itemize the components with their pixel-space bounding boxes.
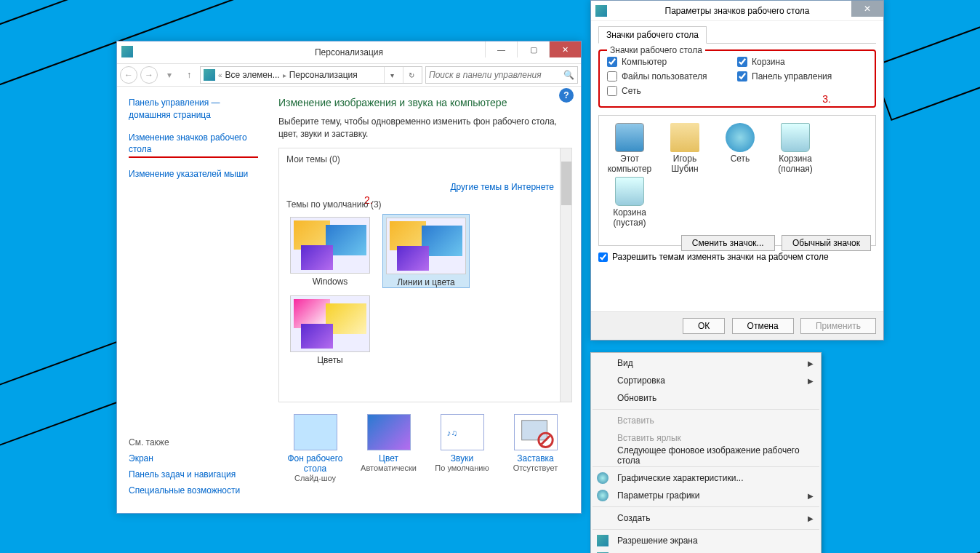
- menu-paste[interactable]: Вставить: [591, 412, 821, 429]
- menu-next-background[interactable]: Следующее фоновое изображение рабочего с…: [591, 447, 821, 464]
- close-button[interactable]: ✕: [549, 41, 581, 57]
- tab-desktop-icons[interactable]: Значки рабочего стола: [598, 26, 707, 44]
- titlebar[interactable]: Персонализация — ▢ ✕: [117, 41, 581, 63]
- recent-dropdown[interactable]: ▾: [161, 66, 178, 84]
- theme-lines-colors[interactable]: Линии и цвета: [382, 214, 470, 288]
- forward-button[interactable]: →: [140, 66, 158, 84]
- menu-view[interactable]: Вид▶: [591, 354, 821, 372]
- app-icon: [121, 46, 133, 57]
- default-themes-label: Темы по умолчанию (3): [286, 199, 558, 210]
- sidebar-change-cursors-link[interactable]: Изменение указателей мыши: [129, 168, 262, 180]
- color-item[interactable]: Цвет Автоматически: [356, 414, 422, 482]
- desktop-context-menu: Вид▶ Сортировка▶ Обновить Вставить Встав…: [590, 352, 822, 553]
- theme-flowers[interactable]: Цветы: [286, 293, 374, 365]
- check-control-panel[interactable]: Панель управления: [737, 71, 867, 81]
- icon-network[interactable]: Сеть: [714, 123, 766, 174]
- scrollbar[interactable]: [560, 148, 571, 402]
- icons-groupbox: Значки рабочего стола Компьютер Корзина …: [598, 49, 876, 108]
- chevron-left-icon: «: [218, 71, 222, 79]
- screensaver-item[interactable]: Заставка Отсутствует: [503, 414, 569, 482]
- menu-paste-shortcut[interactable]: Вставить ярлык: [591, 429, 821, 447]
- icon-bin-empty[interactable]: Корзина (пустая): [603, 177, 656, 228]
- sidebar-home-link[interactable]: Панель управления — домашняя страница: [129, 97, 262, 122]
- menu-refresh[interactable]: Обновить: [591, 389, 821, 407]
- search-box[interactable]: 🔍: [425, 66, 578, 84]
- dialog-title: Параметры значков рабочего стола: [665, 6, 810, 16]
- cancel-button[interactable]: Отмена: [732, 318, 794, 334]
- my-themes-label: Мои темы (0): [286, 154, 558, 164]
- desktop-background-item[interactable]: Фон рабочего стола Слайд-шоу: [283, 414, 348, 482]
- menu-graphics-properties[interactable]: Графические характеристики...: [591, 469, 821, 487]
- page-heading: Изменение изображения и звука на компьют…: [278, 97, 572, 108]
- desktop-icons-dialog: Параметры значков рабочего стола ✕ Значк…: [590, 0, 884, 341]
- icon-this-pc[interactable]: Этот компьютер: [603, 123, 656, 174]
- see-also-heading: См. также: [129, 437, 240, 447]
- change-icon-button[interactable]: Сменить значок...: [681, 235, 775, 251]
- theme-windows[interactable]: Windows: [286, 214, 374, 288]
- svg-text:♪♫: ♪♫: [446, 429, 457, 437]
- address-bar[interactable]: « Все элемен... ▸ Персонализация ▾ ↻: [200, 66, 422, 84]
- back-button[interactable]: ←: [120, 66, 137, 84]
- allow-themes-checkbox[interactable]: Разрешить темам изменять значки на рабоч…: [598, 252, 876, 262]
- dialog-close-button[interactable]: ✕: [851, 1, 883, 17]
- annotation-3: 3.: [822, 93, 831, 105]
- icon-bin-full[interactable]: Корзина (полная): [769, 123, 822, 174]
- search-input[interactable]: [429, 70, 563, 80]
- menu-personalize[interactable]: Персонализация: [591, 549, 821, 553]
- default-icon-button[interactable]: Обычный значок: [782, 235, 871, 251]
- menu-screen-resolution[interactable]: Разрешение экрана: [591, 532, 821, 549]
- apply-button[interactable]: Применить: [800, 318, 876, 334]
- sidebar: Панель управления — домашняя страница Из…: [117, 87, 270, 513]
- icon-preview-box: Этот компьютер Игорь Шубин Сеть Корзина …: [598, 115, 876, 246]
- check-user-files[interactable]: Файлы пользователя: [607, 71, 737, 81]
- sounds-item[interactable]: ♪♫ Звуки По умолчанию: [430, 414, 495, 482]
- check-recycle-bin[interactable]: Корзина: [737, 57, 867, 67]
- search-icon: 🔍: [563, 70, 574, 80]
- check-network[interactable]: Сеть: [607, 86, 737, 96]
- dialog-button-row: ОК Отмена Применить: [591, 311, 883, 340]
- icon-user[interactable]: Игорь Шубин: [659, 123, 711, 174]
- menu-sort[interactable]: Сортировка▶: [591, 372, 821, 389]
- display-icon: [597, 535, 609, 546]
- personalization-window: Персонализация — ▢ ✕ ← → ▾ ↑ « Все элеме…: [116, 41, 582, 514]
- address-icon: [204, 69, 215, 81]
- see-also-link[interactable]: Панель задач и навигация: [129, 469, 240, 480]
- ok-button[interactable]: ОК: [683, 318, 725, 334]
- page-subtext: Выберите тему, чтобы одновременно измени…: [278, 116, 572, 140]
- see-also-link[interactable]: Специальные возможности: [129, 485, 240, 496]
- chevron-right-icon: ▸: [283, 71, 286, 79]
- nav-toolbar: ← → ▾ ↑ « Все элемен... ▸ Персонализация…: [117, 63, 581, 87]
- svg-rect-1: [521, 420, 547, 439]
- address-dropdown[interactable]: ▾: [384, 67, 400, 83]
- sidebar-change-icons-link[interactable]: Изменение значков рабочего стола: [129, 132, 258, 159]
- maximize-button[interactable]: ▢: [517, 41, 549, 57]
- themes-online-link[interactable]: Другие темы в Интернете: [286, 182, 554, 192]
- themes-panel: Мои темы (0) Другие темы в Интернете Тем…: [278, 148, 572, 402]
- menu-graphics-parameters[interactable]: Параметры графики▶: [591, 487, 821, 504]
- refresh-button[interactable]: ↻: [403, 67, 419, 83]
- menu-new[interactable]: Создать▶: [591, 509, 821, 527]
- dialog-titlebar[interactable]: Параметры значков рабочего стола ✕: [591, 1, 883, 21]
- see-also-link[interactable]: Экран: [129, 453, 240, 464]
- main-content: ? Изменение изображения и звука на компь…: [270, 87, 581, 513]
- bottom-options: Фон рабочего стола Слайд-шоу Цвет Автома…: [278, 414, 572, 482]
- help-button[interactable]: ?: [559, 88, 574, 103]
- dialog-icon: [595, 5, 607, 17]
- intel-icon: [597, 472, 609, 484]
- breadcrumb-prev[interactable]: Все элемен...: [225, 70, 280, 80]
- intel-icon: [597, 490, 609, 501]
- window-title: Персонализация: [315, 47, 383, 57]
- up-button[interactable]: ↑: [181, 67, 197, 83]
- check-computer[interactable]: Компьютер: [607, 57, 737, 67]
- groupbox-legend: Значки рабочего стола: [607, 45, 705, 55]
- breadcrumb-current[interactable]: Персонализация: [289, 70, 358, 80]
- minimize-button[interactable]: —: [485, 41, 517, 57]
